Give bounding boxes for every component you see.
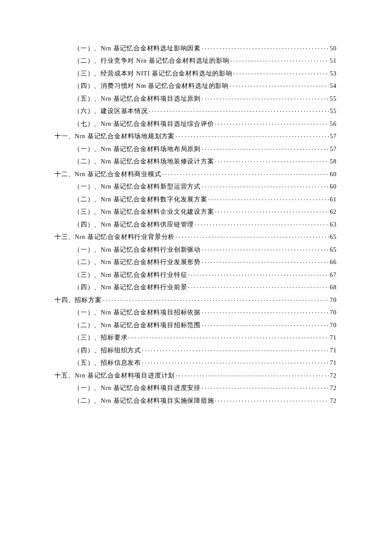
toc-dots xyxy=(202,258,329,264)
toc-entry-page: 67 xyxy=(330,272,337,278)
toc-dots xyxy=(202,145,329,151)
toc-entry-page: 51 xyxy=(330,58,337,64)
toc-dots xyxy=(176,371,329,378)
toc-dots xyxy=(202,245,329,252)
toc-entry-page: 68 xyxy=(330,284,337,291)
toc-entry: （六）、建设区基本情况55 xyxy=(55,107,337,114)
toc-entry-label: （七）、Nrn 基记忆合金材料项目选址综合评价 xyxy=(74,121,214,127)
toc-dots xyxy=(202,183,329,189)
toc-entry: （四）、消费习惯对 Nm 基记忆合金材料选址的影响54 xyxy=(55,82,337,89)
toc-entry-page: 65 xyxy=(330,247,337,253)
toc-entry-page: 53 xyxy=(330,70,337,77)
toc-dots xyxy=(103,296,329,302)
toc-entry: （二）、Nrn 基记忆合金材料项目招标范围70 xyxy=(55,321,337,328)
toc-entry-label: （四）、Nrn 基记忆合金材料行业前景 xyxy=(74,284,187,291)
toc-entry-label: （一）、Nrn 基记忆合金材料行业创新驱动 xyxy=(74,247,201,253)
toc-dots xyxy=(202,94,329,101)
toc-entry-label: 十二、Nrn 基记忆合金材料商业模式 xyxy=(55,171,161,177)
toc-dots xyxy=(215,396,329,403)
toc-dots xyxy=(162,170,329,176)
toc-entry-page: 72 xyxy=(330,398,337,404)
toc-entry-label: （四）、招标组织方式 xyxy=(74,347,141,354)
toc-entry-page: 70 xyxy=(330,309,337,316)
toc-page: （一）、Nrn 基记忆合金材料选址影响因素50（二）、行业竞争对 Nrn 基记忆… xyxy=(0,0,392,404)
toc-entry-label: 十一、Nrn 基记忆合金材料场地规划方案 xyxy=(55,133,175,139)
toc-dots xyxy=(149,107,329,113)
toc-entry-page: 70 xyxy=(330,297,337,303)
toc-entry-page: 65 xyxy=(330,234,337,240)
toc-entry: （三）、Nrn 基记忆合金材料企业文化建设方案62 xyxy=(55,208,337,215)
toc-entry-label: （三）、Nrn 基记忆合金材料行业特征 xyxy=(74,272,187,278)
toc-entry-page: 72 xyxy=(330,385,337,391)
toc-entry-label: 十五、Nrn 基记忆合金材料项目进度计划 xyxy=(55,372,175,379)
toc-dots xyxy=(202,321,329,327)
toc-dots xyxy=(188,283,329,290)
toc-entry-label: （二）、Nrn 基记忆合金材料项目实施保障措施 xyxy=(74,398,214,404)
toc-entry: （二）、Nrn 基记忆合金材料场地装修设计方案58 xyxy=(55,157,337,165)
toc-entry-page: 50 xyxy=(330,45,337,52)
toc-entry-label: （三）、Nrn 基记忆合金材料企业文化建设方案 xyxy=(74,209,214,215)
toc-entry-label: （二）、Nrn 基记忆合金材料场地装修设计方案 xyxy=(74,158,214,165)
toc-dots xyxy=(215,157,329,164)
toc-entry-page: 54 xyxy=(330,83,337,89)
toc-dots xyxy=(202,384,329,390)
toc-entry: （三）、Nrn 基记忆合金材料行业特征67 xyxy=(55,270,337,278)
toc-entry: （五）、招标信息发布71 xyxy=(55,359,337,366)
toc-entry-label: （三）、招标要求 xyxy=(74,334,127,341)
toc-entry-label: （五）、Nrn 基记忆合金材料项目选址原则 xyxy=(74,96,201,102)
toc-dots xyxy=(231,57,329,63)
toc-entry: 十四、招标方案70 xyxy=(55,296,337,303)
toc-entry-label: （一）、Nrn 基记忆合金材料新型运营方式 xyxy=(74,183,201,190)
toc-entry: （七）、Nrn 基记忆合金材料项目选址综合评价56 xyxy=(55,119,337,127)
toc-dots xyxy=(208,195,329,201)
toc-entry: （一）、Nrn 基记忆合金材料项目招标依据70 xyxy=(55,308,337,316)
toc-entry-label: 十三、Nrn 基记忆合金材料行业背景分析 xyxy=(55,234,175,240)
toc-entry-label: （二）、Nrn 基记忆合金材料行业发展形势 xyxy=(74,259,201,265)
toc-dots xyxy=(176,233,329,239)
toc-entry: （一）、Nrn 基记忆合金材料场地布局原则57 xyxy=(55,145,337,152)
toc-entry-label: （三）、经营成本对 NITI 基记忆合金材料选址的影响 xyxy=(74,70,233,77)
toc-dots xyxy=(215,119,329,126)
toc-dots xyxy=(128,334,329,340)
toc-entry-page: 66 xyxy=(330,259,337,265)
toc-entry-label: 十四、招标方案 xyxy=(55,297,102,303)
toc-entry: 十三、Nrn 基记忆合金材料行业背景分析65 xyxy=(55,233,337,240)
toc-entry-page: 57 xyxy=(330,146,337,152)
toc-entry-label: （一）、Nrn 基记忆合金材料项目进度安排 xyxy=(74,385,201,391)
toc-entry-page: 71 xyxy=(330,347,337,354)
toc-entry: （三）、招标要求71 xyxy=(55,334,337,341)
toc-dots xyxy=(230,82,329,88)
toc-entry: 十五、Nrn 基记忆合金材料项目进度计划72 xyxy=(55,371,337,378)
toc-entry: （二）、行业竞争对 Nrn 基记忆合金材料选址的影响51 xyxy=(55,57,337,64)
toc-entry-page: 60 xyxy=(330,171,337,177)
toc-entry: （一）、Nrn 基记忆合金材料行业创新驱动65 xyxy=(55,245,337,253)
toc-entry-page: 62 xyxy=(330,209,337,215)
toc-entry-page: 60 xyxy=(330,183,337,190)
toc-entry-page: 63 xyxy=(330,221,337,228)
toc-entry-label: （四）、消费习惯对 Nm 基记忆合金材料选址的影响 xyxy=(74,83,229,89)
toc-entry-label: （二）、Nrn 基记忆合金材料项目招标范围 xyxy=(74,322,201,328)
toc-entry-page: 71 xyxy=(330,360,337,366)
toc-entry-page: 57 xyxy=(330,133,337,139)
toc-dots xyxy=(195,220,329,227)
toc-dots xyxy=(142,359,329,365)
toc-entry-page: 56 xyxy=(330,121,337,127)
toc-entry: （一）、Nrn 基记忆合金材料项目进度安排72 xyxy=(55,384,337,391)
toc-entry: （三）、经营成本对 NITI 基记忆合金材料选址的影响53 xyxy=(55,69,337,76)
toc-entry-label: （一）、Nrn 基记忆合金材料选址影响因素 xyxy=(74,45,201,52)
toc-entry-label: （二）、行业竞争对 Nrn 基记忆合金材料选址的影响 xyxy=(74,58,230,64)
toc-entry-label: （一）、Nrn 基记忆合金材料项目招标依据 xyxy=(74,309,201,316)
toc-entry-label: （二）、Nrn 基记忆合金材料数字化发展方案 xyxy=(74,196,208,203)
toc-entry: （二）、Nrn 基记忆合金材料项目实施保障措施72 xyxy=(55,396,337,404)
toc-entry: （五）、Nrn 基记忆合金材料项目选址原则55 xyxy=(55,94,337,102)
toc-entry-page: 61 xyxy=(330,196,337,203)
toc-entry: （二）、Nrn 基记忆合金材料行业发展形势66 xyxy=(55,258,337,265)
toc-dots xyxy=(202,44,329,50)
toc-entry-page: 55 xyxy=(330,108,337,114)
toc-entry: （一）、Nrn 基记忆合金材料新型运营方式60 xyxy=(55,183,337,190)
toc-entry-page: 71 xyxy=(330,334,337,341)
toc-entry-page: 58 xyxy=(330,158,337,165)
toc-entry-label: （一）、Nrn 基记忆合金材料场地布局原则 xyxy=(74,146,201,152)
toc-entry: （四）、Nrn 基记忆合金材料供应链管理63 xyxy=(55,220,337,227)
toc-entry: 十一、Nrn 基记忆合金材料场地规划方案57 xyxy=(55,132,337,139)
